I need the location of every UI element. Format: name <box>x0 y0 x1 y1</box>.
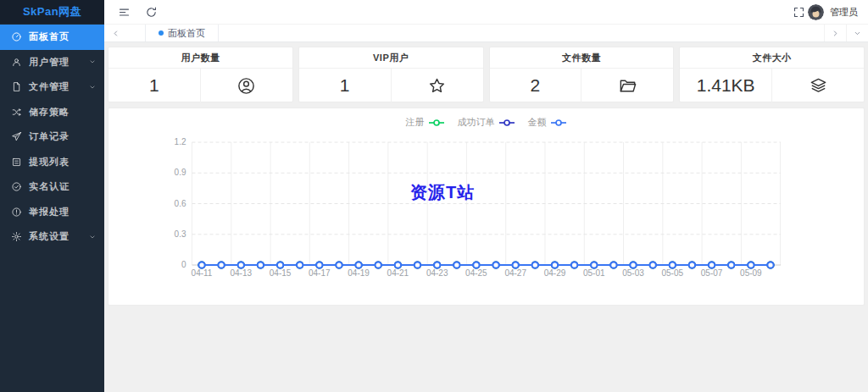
settings-icon <box>11 231 22 242</box>
stat-card-title: 文件数量 <box>490 47 674 69</box>
avatar <box>808 4 824 20</box>
tab-dashboard-home[interactable]: 面板首页 <box>145 25 219 41</box>
sidebar-item-label: 系统设置 <box>29 230 70 243</box>
svg-text:05-07: 05-07 <box>701 268 723 278</box>
user-menu[interactable]: 管理员 <box>808 4 858 20</box>
sidebar-item-label: 举报处理 <box>29 206 70 218</box>
svg-text:1.2: 1.2 <box>175 137 186 146</box>
sidebar-item-report-handling[interactable]: 举报处理 <box>0 200 104 225</box>
collapse-menu-icon <box>118 6 131 19</box>
sidebar-item-withdrawal-list[interactable]: 提现列表 <box>0 150 104 175</box>
sidebar-item-label: 储存策略 <box>29 106 70 119</box>
stat-cards-row: 用户数量 1 VIP用户 1 文件数量 2 文件大小 1.41KB <box>108 47 865 102</box>
fullscreen-icon <box>793 6 805 19</box>
svg-text:04-19: 04-19 <box>348 268 370 278</box>
sidebar-item-label: 订单记录 <box>29 130 70 143</box>
sidebar-item-storage-policy[interactable]: 储存策略 <box>0 100 104 125</box>
sidebar-item-realname-verification[interactable]: 实名认证 <box>0 174 104 200</box>
files-icon <box>11 81 22 92</box>
sidebar-item-label: 提现列表 <box>29 156 70 168</box>
tab-options-button[interactable] <box>846 25 868 41</box>
stat-card-value: 1 <box>149 75 159 96</box>
sidebar-menu: 面板首页 用户管理 文件管理 储存策略 订单记录 提现列表 实名认证 举报处理 … <box>0 24 104 250</box>
sidebar-item-label: 用户管理 <box>29 56 70 69</box>
legend-marker-icon <box>498 119 515 127</box>
dashboard-icon <box>11 31 22 42</box>
svg-text:0.6: 0.6 <box>175 199 186 208</box>
svg-text:05-03: 05-03 <box>622 268 644 278</box>
svg-text:04-11: 04-11 <box>192 268 213 278</box>
stat-card-value: 1 <box>340 75 350 96</box>
sidebar-item-user-management[interactable]: 用户管理 <box>0 50 104 75</box>
tabbar: 面板首页 <box>104 24 868 42</box>
tab-scroll-right-button[interactable] <box>824 25 846 41</box>
tab-label: 面板首页 <box>168 27 205 40</box>
folder-icon <box>618 76 637 96</box>
fullscreen-button[interactable] <box>789 3 808 21</box>
avatar-image <box>808 4 824 20</box>
watermark-text: 资源T站 <box>410 181 475 204</box>
sidebar: SkPan网盘 面板首页 用户管理 文件管理 储存策略 订单记录 提现列表 实名… <box>0 0 104 392</box>
svg-text:04-15: 04-15 <box>270 268 292 278</box>
svg-text:04-21: 04-21 <box>387 268 409 278</box>
tab-scroll-left-button[interactable] <box>104 25 127 41</box>
legend-item[interactable]: 成功订单 <box>458 116 515 129</box>
withdrawal-icon <box>11 157 22 168</box>
chevron-right-icon <box>831 29 840 38</box>
sidebar-item-order-records[interactable]: 订单记录 <box>0 124 104 150</box>
active-tab-dot-icon <box>159 30 164 36</box>
legend-item[interactable]: 注册 <box>406 116 445 129</box>
collapse-sidebar-button[interactable] <box>114 3 133 21</box>
stat-card-vip-users: VIP用户 1 <box>298 47 484 102</box>
stat-card-value: 1.41KB <box>697 75 755 96</box>
sidebar-item-label: 面板首页 <box>29 30 70 43</box>
refresh-button[interactable] <box>142 3 160 21</box>
svg-text:04-29: 04-29 <box>544 268 566 278</box>
legend-marker-icon <box>550 119 567 127</box>
sidebar-item-dashboard-home[interactable]: 面板首页 <box>0 25 104 50</box>
app-logo: SkPan网盘 <box>0 0 104 24</box>
dashboard-content: 用户数量 1 VIP用户 1 文件数量 2 文件大小 1.41KB 注册成功订单… <box>104 42 868 392</box>
svg-text:0.3: 0.3 <box>175 229 186 239</box>
legend-label: 注册 <box>406 116 425 129</box>
layers-icon <box>809 76 828 96</box>
stat-card-title: 用户数量 <box>108 47 292 69</box>
chevron-down-icon <box>88 83 97 91</box>
sidebar-item-system-settings[interactable]: 系统设置 <box>0 224 104 250</box>
chevron-down-icon <box>853 29 862 38</box>
legend-item[interactable]: 金额 <box>528 116 567 129</box>
svg-text:05-09: 05-09 <box>740 268 762 278</box>
chevron-down-icon <box>88 58 97 66</box>
topbar: 管理员 <box>104 0 868 24</box>
chart-card: 注册成功订单金额 00.30.60.91.204-1104-1304-1504-… <box>108 108 865 306</box>
chevron-left-icon <box>111 29 120 38</box>
user-circle-icon <box>236 76 256 96</box>
sidebar-item-label: 文件管理 <box>29 80 70 93</box>
svg-text:04-13: 04-13 <box>231 268 253 278</box>
stat-card-title: VIP用户 <box>299 47 483 69</box>
stat-card-title: 文件大小 <box>680 47 864 69</box>
verify-icon <box>11 181 22 192</box>
chevron-down-icon <box>88 233 97 241</box>
svg-text:0.9: 0.9 <box>175 168 186 177</box>
legend-label: 成功订单 <box>458 116 495 129</box>
stat-card-user-count: 用户数量 1 <box>108 47 293 102</box>
svg-text:0: 0 <box>181 260 186 269</box>
svg-text:04-25: 04-25 <box>465 268 487 278</box>
stat-card-file-size: 文件大小 1.41KB <box>679 47 865 102</box>
star-icon <box>427 76 447 96</box>
svg-text:04-27: 04-27 <box>504 268 526 278</box>
report-icon <box>11 207 22 218</box>
svg-text:04-23: 04-23 <box>426 268 448 278</box>
svg-text:05-01: 05-01 <box>583 268 605 278</box>
chart-legend: 注册成功订单金额 <box>108 116 864 129</box>
main-area: 管理员 面板首页 用户数量 1 VIP用户 1 文件数量 2 文件大小 <box>104 0 868 392</box>
users-icon <box>11 57 22 68</box>
refresh-icon <box>145 6 158 19</box>
storage-icon <box>11 107 22 118</box>
legend-label: 金额 <box>528 116 547 129</box>
order-icon <box>11 131 22 142</box>
stat-card-value: 2 <box>531 75 541 96</box>
sidebar-item-file-management[interactable]: 文件管理 <box>0 75 104 100</box>
svg-text:05-05: 05-05 <box>662 268 684 278</box>
